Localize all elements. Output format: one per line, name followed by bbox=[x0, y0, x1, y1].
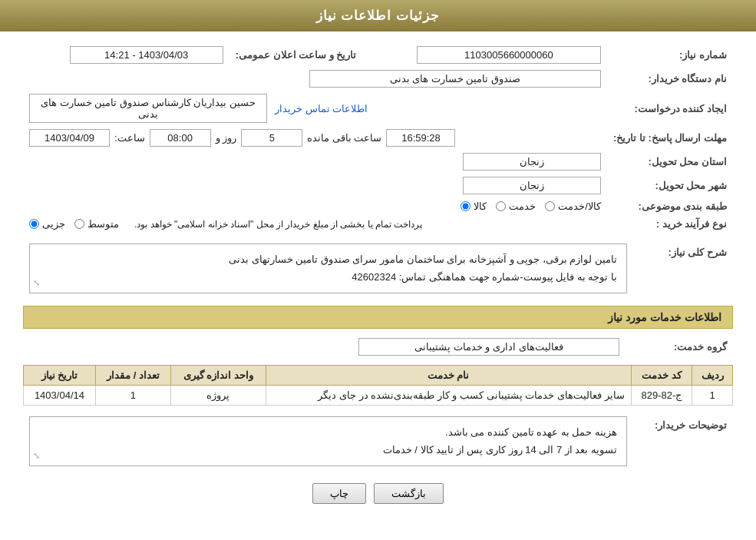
deadline-time-label: ساعت: bbox=[114, 132, 145, 144]
buyer-notes-label: توضیحات خریدار: bbox=[633, 413, 733, 469]
th-qty: تعداد / مقدار bbox=[95, 366, 170, 386]
back-button[interactable]: بازگشت bbox=[374, 483, 444, 504]
buyer-name-value: صندوق تامین خسارت های بدنی bbox=[309, 70, 601, 88]
th-unit: واحد اندازه گیری bbox=[171, 366, 266, 386]
resize-handle: ⤡ bbox=[33, 276, 40, 291]
purchase-radio-mutavasset[interactable] bbox=[74, 219, 84, 229]
category-khedmat-label: خدمت bbox=[509, 200, 536, 212]
service-section-header: اطلاعات خدمات مورد نیاز bbox=[23, 306, 733, 329]
page-title: جزئیات اطلاعات نیاز bbox=[316, 8, 440, 23]
description-text: تامین لوازم برقی، جوپی و آشپزخانه برای س… bbox=[229, 253, 617, 283]
city-label: شهر محل تحویل: bbox=[607, 174, 733, 197]
province-value: زنجان bbox=[463, 153, 601, 171]
buyer-notes-text: هزینه حمل به عهده تامین کننده می باشد. ت… bbox=[383, 426, 617, 456]
creator-value: حسین بیداریان کارشناس صندوق تامین خسارت … bbox=[29, 94, 267, 123]
creator-label: ایجاد کننده درخواست: bbox=[607, 91, 733, 126]
purchase-option-jozei: جزیی bbox=[29, 218, 65, 230]
resize-handle-2: ⤡ bbox=[33, 449, 40, 464]
buyer-notes-section: توضیحات خریدار: هزینه حمل به عهده تامین … bbox=[23, 413, 733, 469]
deadline-day-label: روز و bbox=[216, 132, 237, 144]
table-row: 1ج-82-829سایر فعالیت‌های خدمات پشتیبانی … bbox=[24, 386, 733, 406]
group-label: گروه خدمت: bbox=[626, 335, 733, 359]
category-option-khedmat: خدمت bbox=[496, 200, 536, 212]
category-kala-label: کالا bbox=[474, 200, 487, 212]
category-label: طبقه بندی موضوعی: bbox=[607, 197, 733, 215]
description-value: تامین لوازم برقی، جوپی و آشپزخانه برای س… bbox=[29, 243, 627, 293]
deadline-date: 1403/04/09 bbox=[29, 129, 110, 147]
page-header: جزئیات اطلاعات نیاز bbox=[0, 0, 756, 31]
category-kala-khedmat-label: کالا/خدمت bbox=[558, 200, 601, 212]
deadline-remaining: 16:59:28 bbox=[386, 129, 455, 147]
deadline-label: مهلت ارسال پاسخ: تا تاریخ: bbox=[607, 126, 733, 150]
description-section: شرح کلی نیاز: تامین لوازم برقی، جوپی و آ… bbox=[23, 240, 733, 297]
category-radio-group: کالا/خدمت خدمت کالا bbox=[29, 200, 601, 212]
purchase-radio-jozei[interactable] bbox=[29, 219, 39, 229]
purchase-jozei-label: جزیی bbox=[42, 218, 65, 230]
buyer-notes-value: هزینه حمل به عهده تامین کننده می باشد. ت… bbox=[29, 416, 627, 466]
purchase-radio-group: متوسط جزیی bbox=[29, 218, 119, 230]
creator-contact-link[interactable]: اطلاعات تماس خریدار bbox=[275, 103, 368, 114]
purchase-mutavasset-label: متوسط bbox=[87, 218, 119, 230]
deadline-day: 5 bbox=[241, 129, 302, 147]
buyer-name-label: نام دستگاه خریدار: bbox=[607, 67, 733, 91]
group-value: فعالیت‌های اداری و خدمات پشتیبانی bbox=[358, 338, 619, 356]
purchase-type-label: نوع فرآیند خرید : bbox=[607, 215, 733, 233]
bottom-buttons: بازگشت چاپ bbox=[23, 483, 733, 504]
order-number-label: شماره نیاز: bbox=[607, 43, 733, 67]
order-number-value: 1103005660000060 bbox=[417, 46, 601, 64]
group-info-table: گروه خدمت: فعالیت‌های اداری و خدمات پشتی… bbox=[23, 335, 733, 359]
deadline-time: 08:00 bbox=[150, 129, 211, 147]
th-date: تاریخ نیاز bbox=[24, 366, 96, 386]
th-row: ردیف bbox=[692, 366, 733, 386]
print-button[interactable]: چاپ bbox=[312, 483, 366, 504]
announce-label: تاریخ و ساعت اعلان عمومی: bbox=[229, 43, 363, 67]
th-code: کد خدمت bbox=[631, 366, 692, 386]
category-radio-kala-khedmat[interactable] bbox=[545, 201, 555, 211]
category-option-kala: کالا bbox=[461, 200, 487, 212]
main-info-table: شماره نیاز: 1103005660000060 تاریخ و ساع… bbox=[23, 43, 733, 233]
th-name: نام خدمت bbox=[266, 366, 631, 386]
category-radio-khedmat[interactable] bbox=[496, 201, 506, 211]
province-label: استان محل تحویل: bbox=[607, 150, 733, 174]
category-option-kala-khedmat: کالا/خدمت bbox=[545, 200, 601, 212]
deadline-remaining-label: ساعت باقی مانده bbox=[307, 132, 381, 144]
purchase-note: پرداخت تمام یا بخشی از مبلغ خریدار از مح… bbox=[134, 219, 422, 230]
description-label: شرح کلی نیاز: bbox=[633, 240, 733, 297]
city-value: زنجان bbox=[463, 177, 601, 194]
purchase-option-mutavasset: متوسط bbox=[74, 218, 119, 230]
category-radio-kala[interactable] bbox=[461, 201, 470, 211]
announce-value: 1403/04/03 - 14:21 bbox=[70, 46, 223, 64]
service-table: ردیف کد خدمت نام خدمت واحد اندازه گیری ت… bbox=[23, 365, 733, 406]
